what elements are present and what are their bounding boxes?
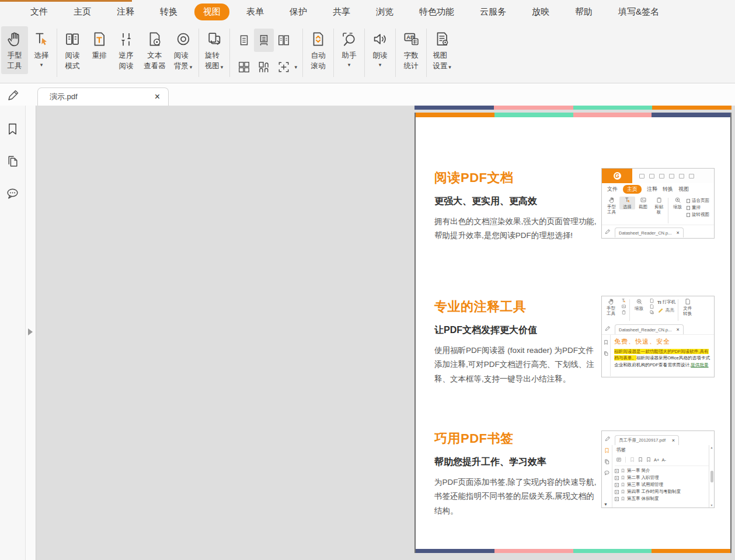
continuous-facing-icon <box>238 61 250 74</box>
layout-single-page-button[interactable] <box>234 29 254 52</box>
save-icon <box>649 174 654 178</box>
bookmark-icon <box>621 496 625 501</box>
view-settings-button[interactable]: 视图 设置 ▾ <box>429 26 455 74</box>
menu-convert[interactable]: 转换 <box>159 4 179 20</box>
hand-tool-button[interactable]: 手型 工具 <box>1 26 28 74</box>
menu-view-active[interactable]: 视图 <box>194 4 229 20</box>
reflow-button[interactable]: 重排 <box>86 26 113 64</box>
section-body: 为PDF页面添加书签,除了实现内容的快速导航,书签还能指明不同书签的层级关系,展… <box>434 475 601 518</box>
caret-down-icon: ▾ <box>190 64 193 71</box>
mini-document-body: 免费、快速、安全 福昕阅读器是一款功能强大的PDF阅读软件,具有 档与表单。福昕… <box>602 334 714 376</box>
pages-panel-icon <box>603 351 609 356</box>
bookmark-icon <box>629 457 635 463</box>
word-count-button[interactable]: 字数 统计 <box>398 26 424 74</box>
bookmark-arrow-icon <box>646 457 652 463</box>
menu-slideshow[interactable]: 放映 <box>531 4 551 20</box>
bookmark-icon <box>621 482 625 487</box>
page-icon <box>679 174 684 178</box>
toolbar-separator <box>426 29 427 77</box>
text-viewer-button[interactable]: 文本 查看器 <box>140 26 170 74</box>
bookmark-item: +第五章 休假制度 <box>615 495 709 502</box>
mini-toolbar: 手型 工具 缩放 <box>602 296 714 322</box>
bookmark-item: +第二章 入职管理 <box>615 474 709 481</box>
caret-down-icon: ▾ <box>379 62 382 68</box>
bookmark-tree: +第一章 简介 +第二章 入职管理 +第三章 试用期管理 +第四章 工作时间与考… <box>615 466 709 508</box>
layout-continuous-facing-button[interactable] <box>234 55 254 79</box>
split-view-icon <box>277 61 290 74</box>
foxit-logo: G <box>602 169 632 183</box>
bookmark-item: +第四章 工作时间与考勤制度 <box>615 488 709 495</box>
expand-icon: + <box>615 490 619 494</box>
caret-down-icon[interactable]: ▾ <box>295 64 298 71</box>
close-icon: × <box>672 438 675 443</box>
bookmarks-panel-icon[interactable] <box>5 122 20 136</box>
zoom-icon <box>636 298 643 305</box>
toolbar-separator <box>302 29 303 77</box>
reading-mode-button[interactable]: 阅读 模式 <box>59 26 86 74</box>
menu-home[interactable]: 主页 <box>72 4 92 20</box>
close-icon: × <box>676 230 679 236</box>
bookmark-item: +第三章 试用期管理 <box>615 481 709 488</box>
scrollbar-thumb <box>710 471 713 482</box>
previous-page-stripe <box>414 106 731 110</box>
clipboard-icon <box>621 310 626 315</box>
tab-close-button[interactable]: × <box>155 92 160 102</box>
menu-browse[interactable]: 浏览 <box>375 4 395 20</box>
panel-expand-handle[interactable] <box>28 328 33 335</box>
window-accent-line <box>0 0 132 2</box>
document-tab[interactable]: 演示.pdf × <box>37 88 169 106</box>
edit-pencil-icon <box>605 435 611 442</box>
bookmark-item: +第一章 简介 <box>615 467 709 474</box>
mini-page-stack <box>647 298 656 315</box>
rotate-view-icon <box>649 310 654 315</box>
reverse-reading-button[interactable]: 逆序 阅读 <box>113 26 140 74</box>
pages-panel-icon[interactable] <box>5 154 20 169</box>
reflow-icon <box>687 206 690 210</box>
reflow-icon <box>90 30 108 48</box>
menu-form[interactable]: 表单 <box>245 4 265 20</box>
page-bottom-stripe <box>416 549 730 553</box>
menu-share[interactable]: 共享 <box>332 4 351 20</box>
reverse-arrows-icon <box>117 30 135 48</box>
read-aloud-button[interactable]: 朗读 ▾ <box>367 26 393 71</box>
menu-fill-sign[interactable]: 填写&签名 <box>617 4 660 20</box>
font-increase-icon: A+ <box>654 457 659 463</box>
separate-cover-icon <box>257 61 270 74</box>
mini-quick-access-icons <box>639 174 694 178</box>
select-tool-button[interactable]: 选择 ▾ <box>28 26 55 71</box>
assistant-button[interactable]: 助手 ▾ <box>336 26 363 71</box>
section-body: 使用福昕PDF阅读器 (foxit reader) 为PDF文件添加注释,可对P… <box>434 344 601 386</box>
mini-tab-row: 员工手册_20120917.pdf× <box>602 431 714 445</box>
menu-features[interactable]: 特色功能 <box>418 4 455 20</box>
expand-icon: + <box>615 469 619 473</box>
book-icon <box>64 30 81 48</box>
section-title: 专业的注释工具 <box>434 298 601 316</box>
reading-background-button[interactable]: 阅读 背景 ▾ <box>170 26 197 74</box>
navigation-rail <box>0 106 26 560</box>
continuous-page-icon <box>257 34 270 47</box>
auto-scroll-button[interactable]: 自动 滚动 <box>305 26 332 74</box>
layout-facing-button[interactable] <box>274 29 294 52</box>
screenshot-bookmarks-panel: 员工手册_20120917.pdf× ▼ 书签 <box>601 430 715 508</box>
menu-help[interactable]: 帮助 <box>574 4 594 20</box>
layout-continuous-button[interactable] <box>254 29 274 52</box>
page-icon <box>649 304 654 309</box>
menu-comment[interactable]: 注释 <box>116 4 135 20</box>
document-tab-label: 演示.pdf <box>50 92 78 102</box>
document-area[interactable]: 阅读PDF文档 更强大、更实用、更高效 拥有出色的文档渲染效果,强大的页面管理功… <box>36 106 735 560</box>
toolbar-separator <box>229 29 230 77</box>
panel-strip <box>26 106 36 560</box>
pdf-page[interactable]: 阅读PDF文档 更强大、更实用、更高效 拥有出色的文档渲染效果,强大的页面管理功… <box>414 113 731 553</box>
edit-pencil-icon[interactable] <box>7 88 21 102</box>
word-count-icon <box>402 30 420 48</box>
split-view-button[interactable] <box>274 55 294 79</box>
convert-file-icon <box>684 298 691 305</box>
menu-file[interactable]: 文件 <box>29 4 49 20</box>
rotate-view-button[interactable]: 旋转 视图 ▾ <box>201 26 228 74</box>
layout-separate-cover-button[interactable] <box>254 55 274 79</box>
caret-down-icon: ▾ <box>348 62 351 68</box>
comments-panel-icon[interactable] <box>5 186 20 201</box>
menu-protect[interactable]: 保护 <box>288 4 308 20</box>
menu-cloud[interactable]: 云服务 <box>479 4 507 20</box>
screenshot-annotation-tools: 手型 工具 缩放 <box>601 296 715 377</box>
